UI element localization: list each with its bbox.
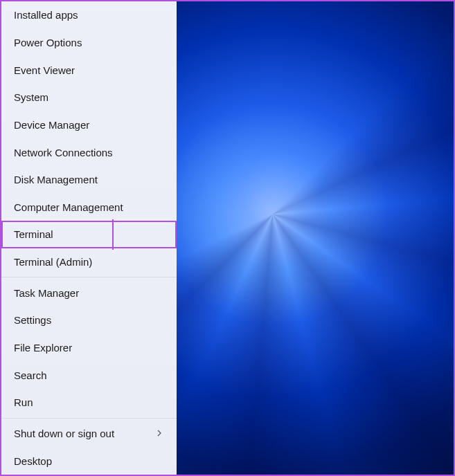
menu-item-desktop[interactable]: Desktop [1,447,177,475]
menu-item-system[interactable]: System [1,84,177,111]
menu-item-label: Settings [14,314,51,326]
menu-item-label: Terminal [14,228,53,240]
menu-item-file-explorer[interactable]: File Explorer [1,334,177,362]
menu-item-shutdown-signout[interactable]: Shut down or sign out [1,420,177,448]
menu-item-label: Shut down or sign out [14,428,114,439]
menu-item-disk-management[interactable]: Disk Management [1,166,177,194]
menu-item-label: Event Viewer [14,64,75,76]
menu-separator [1,418,177,419]
chevron-right-icon [154,428,164,438]
menu-item-task-manager[interactable]: Task Manager [1,279,177,306]
menu-item-label: File Explorer [14,342,72,354]
menu-item-terminal-admin[interactable]: Terminal (Admin) [1,248,177,276]
menu-item-terminal[interactable]: Terminal [1,221,177,248]
menu-item-installed-apps[interactable]: Installed apps [1,1,177,29]
menu-item-network-connections[interactable]: Network Connections [1,138,177,166]
menu-item-label: Disk Management [14,174,98,185]
menu-separator [1,277,177,277]
menu-item-label: Device Manager [14,119,89,131]
menu-item-label: Computer Management [14,201,123,213]
menu-item-label: Installed apps [14,9,78,21]
menu-item-power-options[interactable]: Power Options [1,29,177,57]
menu-item-computer-management[interactable]: Computer Management [1,193,177,221]
menu-item-run[interactable]: Run [1,389,177,416]
winx-context-menu: Installed apps Power Options Event Viewe… [1,1,177,475]
menu-item-label: Run [14,396,33,408]
menu-item-label: System [14,91,48,103]
menu-item-label: Desktop [14,455,52,467]
menu-item-label: Task Manager [14,287,79,299]
menu-item-label: Power Options [14,37,82,48]
menu-item-device-manager[interactable]: Device Manager [1,111,177,139]
menu-item-label: Network Connections [14,147,113,158]
menu-item-event-viewer[interactable]: Event Viewer [1,56,177,84]
menu-item-settings[interactable]: Settings [1,306,177,334]
menu-item-label: Terminal (Admin) [14,256,92,268]
menu-item-label: Search [14,369,47,381]
menu-item-search[interactable]: Search [1,361,177,389]
